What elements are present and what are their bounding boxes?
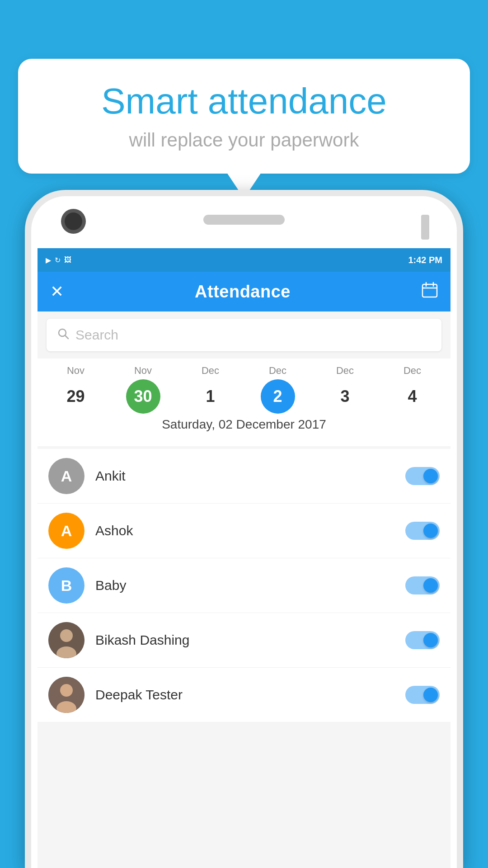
phone-frame: ▶ ↻ 🖼 1:42 PM ✕ Attendance	[25, 190, 463, 868]
attendance-list: AAnkitAAshokBBaby Bikash Dashing Deepak …	[38, 449, 450, 722]
status-bar: ▶ ↻ 🖼 1:42 PM	[38, 248, 450, 272]
calendar-button[interactable]	[422, 282, 438, 302]
bubble-title: Smart attendance	[45, 81, 443, 121]
attendance-toggle[interactable]	[405, 467, 440, 485]
person-name: Deepak Tester	[95, 687, 405, 703]
attendance-item: Bikash Dashing	[38, 613, 450, 668]
calendar-day[interactable]: Nov29	[49, 365, 103, 414]
calendar-days: Nov29Nov30Dec1Dec2Dec3Dec4	[42, 365, 446, 414]
close-button[interactable]: ✕	[50, 282, 64, 301]
svg-point-10	[60, 684, 73, 697]
person-name: Baby	[95, 578, 405, 593]
svg-point-7	[60, 629, 73, 642]
cal-date-number[interactable]: 29	[59, 379, 93, 414]
calendar-strip: Nov29Nov30Dec1Dec2Dec3Dec4 Saturday, 02 …	[38, 359, 450, 446]
image-icon: 🖼	[64, 256, 71, 264]
search-input[interactable]: Search	[75, 327, 118, 343]
sync-icon: ↻	[55, 256, 61, 264]
app-bar: ✕ Attendance	[38, 272, 450, 311]
calendar-day[interactable]: Dec2	[251, 365, 305, 414]
avatar	[48, 677, 84, 713]
attendance-item: BBaby	[38, 558, 450, 613]
cal-month-label: Nov	[134, 365, 152, 377]
app-bar-title: Attendance	[195, 282, 291, 302]
status-time: 1:42 PM	[408, 255, 442, 265]
avatar: A	[48, 513, 84, 549]
attendance-item: AAshok	[38, 504, 450, 558]
attendance-item: AAnkit	[38, 449, 450, 504]
search-icon	[57, 327, 69, 343]
bubble-subtitle: will replace your paperwork	[45, 129, 443, 151]
attendance-item: Deepak Tester	[38, 668, 450, 722]
svg-rect-0	[422, 284, 437, 297]
speech-bubble: Smart attendance will replace your paper…	[18, 59, 470, 174]
calendar-day[interactable]: Dec4	[385, 365, 440, 414]
cal-month-label: Dec	[404, 365, 421, 377]
cal-month-label: Dec	[269, 365, 286, 377]
attendance-toggle[interactable]	[405, 522, 440, 540]
avatar: B	[48, 567, 84, 604]
calendar-day[interactable]: Dec3	[318, 365, 372, 414]
cal-date-number[interactable]: 2	[261, 379, 295, 414]
cal-month-label: Nov	[67, 365, 84, 377]
phone-home-button	[421, 215, 429, 240]
avatar	[48, 622, 84, 658]
cal-month-label: Dec	[202, 365, 219, 377]
attendance-toggle[interactable]	[405, 576, 440, 594]
cal-date-number[interactable]: 3	[328, 379, 362, 414]
youtube-icon: ▶	[46, 256, 51, 264]
cal-month-label: Dec	[336, 365, 354, 377]
cal-date-number[interactable]: 30	[126, 379, 160, 414]
avatar: A	[48, 458, 84, 494]
attendance-toggle[interactable]	[405, 686, 440, 704]
person-name: Bikash Dashing	[95, 632, 405, 648]
person-name: Ashok	[95, 523, 405, 538]
phone-speaker	[203, 215, 285, 225]
calendar-selected-label: Saturday, 02 December 2017	[42, 414, 446, 437]
cal-date-number[interactable]: 4	[395, 379, 430, 414]
svg-line-5	[65, 335, 68, 339]
cal-date-number[interactable]: 1	[193, 379, 228, 414]
calendar-day[interactable]: Dec1	[183, 365, 238, 414]
screen: ▶ ↻ 🖼 1:42 PM ✕ Attendance	[38, 248, 450, 868]
calendar-day[interactable]: Nov30	[116, 365, 170, 414]
attendance-toggle[interactable]	[405, 631, 440, 649]
phone-camera	[61, 209, 86, 234]
status-icons: ▶ ↻ 🖼	[46, 256, 71, 264]
search-bar[interactable]: Search	[47, 319, 441, 351]
person-name: Ankit	[95, 468, 405, 484]
phone-inner: ▶ ↻ 🖼 1:42 PM ✕ Attendance	[31, 196, 457, 868]
